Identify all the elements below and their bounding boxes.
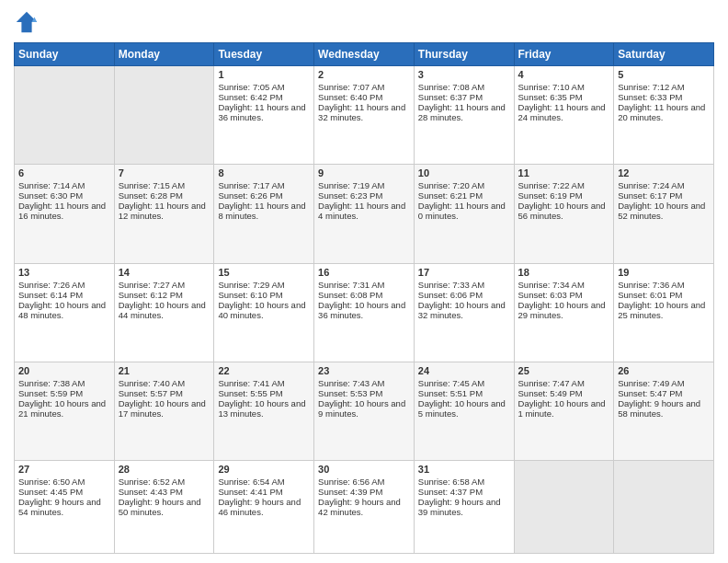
day-info: Sunset: 6:33 PM (618, 92, 710, 102)
calendar-cell: 23Sunrise: 7:43 AMSunset: 5:53 PMDayligh… (314, 362, 415, 460)
day-info: Daylight: 10 hours and 13 minutes. (218, 398, 310, 419)
day-number: 30 (318, 464, 410, 475)
day-info: Sunrise: 7:22 AM (518, 180, 610, 190)
day-info: Sunrise: 7:34 AM (518, 280, 610, 290)
day-info: Sunrise: 7:10 AM (518, 82, 610, 92)
day-info: Sunset: 4:45 PM (18, 487, 110, 497)
day-number: 13 (18, 267, 110, 278)
day-info: Sunrise: 7:41 AM (218, 378, 310, 388)
header (14, 9, 714, 35)
calendar-cell (614, 461, 714, 554)
day-info: Daylight: 10 hours and 21 minutes. (18, 398, 110, 419)
day-number: 1 (218, 69, 310, 80)
day-number: 23 (318, 365, 410, 376)
calendar-cell: 8Sunrise: 7:17 AMSunset: 6:26 PMDaylight… (214, 165, 314, 263)
calendar-cell: 19Sunrise: 7:36 AMSunset: 6:01 PMDayligh… (614, 263, 714, 362)
day-info: Sunset: 4:39 PM (318, 487, 410, 497)
day-info: Sunset: 6:03 PM (518, 290, 610, 300)
day-info: Sunrise: 7:27 AM (119, 280, 210, 290)
day-info: Sunset: 5:49 PM (518, 388, 610, 398)
day-info: Daylight: 10 hours and 1 minute. (518, 398, 610, 419)
calendar-day-header: Tuesday (214, 43, 314, 66)
day-info: Sunset: 6:35 PM (518, 92, 610, 102)
calendar-cell: 1Sunrise: 7:05 AMSunset: 6:42 PMDaylight… (214, 66, 314, 165)
day-number: 6 (18, 167, 110, 178)
calendar-cell: 18Sunrise: 7:34 AMSunset: 6:03 PMDayligh… (514, 263, 614, 362)
calendar-cell: 30Sunrise: 6:56 AMSunset: 4:39 PMDayligh… (314, 461, 415, 554)
day-info: Daylight: 9 hours and 46 minutes. (218, 497, 310, 517)
day-number: 2 (318, 69, 410, 80)
day-info: Sunset: 6:40 PM (318, 92, 410, 102)
day-info: Sunset: 6:14 PM (18, 290, 110, 300)
calendar-week-row: 6Sunrise: 7:14 AMSunset: 6:30 PMDaylight… (15, 165, 714, 263)
day-number: 21 (119, 365, 210, 376)
day-info: Daylight: 10 hours and 44 minutes. (119, 300, 210, 320)
day-info: Sunset: 5:51 PM (418, 388, 510, 398)
day-info: Sunset: 6:17 PM (618, 190, 710, 201)
day-info: Sunset: 6:21 PM (418, 190, 510, 201)
day-info: Daylight: 11 hours and 16 minutes. (18, 201, 110, 221)
day-info: Daylight: 10 hours and 17 minutes. (119, 398, 210, 419)
calendar-cell: 3Sunrise: 7:08 AMSunset: 6:37 PMDaylight… (414, 66, 514, 165)
day-number: 12 (618, 167, 710, 178)
day-number: 10 (418, 167, 510, 178)
day-info: Sunset: 6:06 PM (418, 290, 510, 300)
day-number: 28 (119, 464, 210, 475)
calendar-cell: 15Sunrise: 7:29 AMSunset: 6:10 PMDayligh… (214, 263, 314, 362)
day-info: Sunset: 5:59 PM (18, 388, 110, 398)
day-number: 17 (418, 267, 510, 278)
day-info: Sunrise: 6:58 AM (418, 477, 510, 487)
day-info: Sunrise: 7:36 AM (618, 280, 710, 290)
calendar-cell: 28Sunrise: 6:52 AMSunset: 4:43 PMDayligh… (114, 461, 214, 554)
day-info: Daylight: 11 hours and 0 minutes. (418, 201, 510, 221)
calendar-cell: 10Sunrise: 7:20 AMSunset: 6:21 PMDayligh… (414, 165, 514, 263)
day-info: Sunrise: 7:24 AM (618, 180, 710, 190)
calendar-cell: 9Sunrise: 7:19 AMSunset: 6:23 PMDaylight… (314, 165, 415, 263)
day-info: Sunrise: 6:56 AM (318, 477, 410, 487)
page: SundayMondayTuesdayWednesdayThursdayFrid… (0, 0, 728, 563)
calendar-cell: 29Sunrise: 6:54 AMSunset: 4:41 PMDayligh… (214, 461, 314, 554)
day-number: 24 (418, 365, 510, 376)
day-info: Sunset: 6:12 PM (119, 290, 210, 300)
day-info: Sunset: 6:19 PM (518, 190, 610, 201)
day-number: 15 (218, 267, 310, 278)
day-info: Daylight: 10 hours and 29 minutes. (518, 300, 610, 320)
day-number: 16 (318, 267, 410, 278)
logo (14, 9, 43, 35)
calendar-week-row: 20Sunrise: 7:38 AMSunset: 5:59 PMDayligh… (15, 362, 714, 460)
calendar-header-row: SundayMondayTuesdayWednesdayThursdayFrid… (15, 43, 714, 66)
logo-icon (14, 9, 40, 35)
day-info: Sunrise: 7:49 AM (618, 378, 710, 388)
calendar-cell: 7Sunrise: 7:15 AMSunset: 6:28 PMDaylight… (114, 165, 214, 263)
day-info: Daylight: 10 hours and 48 minutes. (18, 300, 110, 320)
day-info: Sunrise: 7:19 AM (318, 180, 410, 190)
day-info: Sunrise: 7:38 AM (18, 378, 110, 388)
calendar-day-header: Monday (114, 43, 214, 66)
calendar-cell: 22Sunrise: 7:41 AMSunset: 5:55 PMDayligh… (214, 362, 314, 460)
day-info: Daylight: 10 hours and 32 minutes. (418, 300, 510, 320)
day-info: Sunset: 6:42 PM (218, 92, 310, 102)
day-info: Sunrise: 7:20 AM (418, 180, 510, 190)
day-info: Sunrise: 7:12 AM (618, 82, 710, 92)
calendar-cell: 21Sunrise: 7:40 AMSunset: 5:57 PMDayligh… (114, 362, 214, 460)
day-info: Sunset: 6:28 PM (119, 190, 210, 201)
day-info: Sunrise: 7:40 AM (119, 378, 210, 388)
day-info: Sunrise: 6:52 AM (119, 477, 210, 487)
day-info: Sunset: 6:08 PM (318, 290, 410, 300)
day-info: Daylight: 11 hours and 32 minutes. (318, 102, 410, 122)
day-info: Sunrise: 6:54 AM (218, 477, 310, 487)
calendar-cell: 27Sunrise: 6:50 AMSunset: 4:45 PMDayligh… (15, 461, 115, 554)
calendar-day-header: Thursday (414, 43, 514, 66)
day-info: Daylight: 10 hours and 36 minutes. (318, 300, 410, 320)
calendar-cell: 31Sunrise: 6:58 AMSunset: 4:37 PMDayligh… (414, 461, 514, 554)
day-number: 26 (618, 365, 710, 376)
day-info: Daylight: 10 hours and 56 minutes. (518, 201, 610, 221)
day-number: 5 (618, 69, 710, 80)
day-info: Sunrise: 6:50 AM (18, 477, 110, 487)
day-info: Sunset: 5:57 PM (119, 388, 210, 398)
day-info: Sunset: 5:55 PM (218, 388, 310, 398)
day-number: 29 (218, 464, 310, 475)
day-number: 9 (318, 167, 410, 178)
day-info: Sunrise: 7:26 AM (18, 280, 110, 290)
day-number: 3 (418, 69, 510, 80)
